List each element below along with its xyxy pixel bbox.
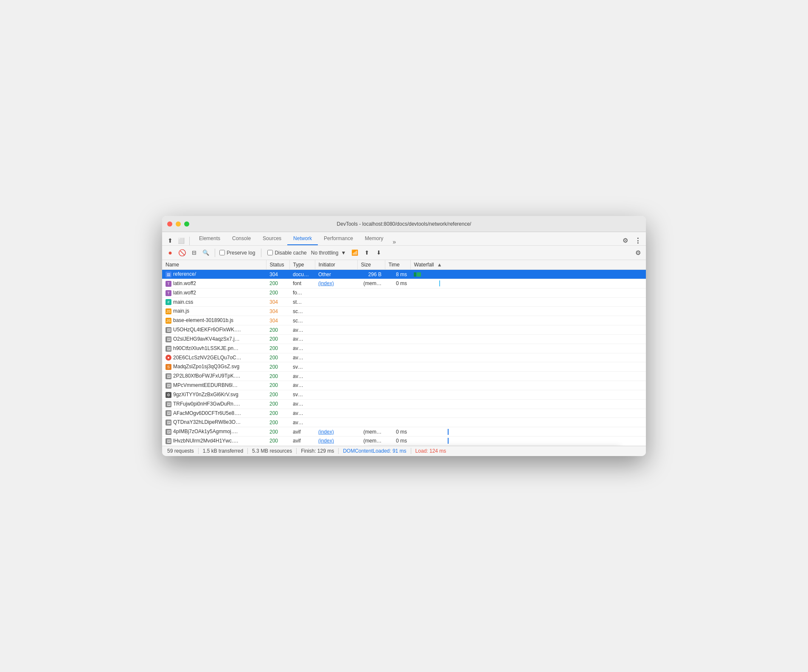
titlebar: DevTools - localhost:8080/docs/devtools/… (162, 216, 646, 232)
table-row[interactable]: 🖼h90CtfziXluvh1LSSKJE.pn…200av… (162, 344, 646, 353)
search-icon[interactable]: 🔍 (201, 248, 210, 258)
table-row[interactable]: Tlatin.woff2200font(index)(mem…0 ms (162, 279, 646, 288)
tab-elements[interactable]: Elements (193, 232, 226, 245)
clear-button[interactable]: 🚫 (177, 248, 187, 258)
cell-status: 200 (266, 427, 289, 437)
cell-status: 200 (266, 418, 289, 427)
devtools-window: DevTools - localhost:8080/docs/devtools/… (162, 216, 646, 456)
cell-status: 304 (266, 316, 289, 325)
tab-memory[interactable]: Memory (359, 232, 389, 245)
cell-type: av… (289, 334, 315, 344)
more-tabs-button[interactable]: » (389, 238, 399, 245)
cell-time (385, 288, 410, 297)
cell-type: avif (289, 437, 315, 446)
preserve-log-checkbox[interactable]: Preserve log (219, 250, 255, 256)
close-button[interactable] (167, 221, 172, 227)
col-header-name[interactable]: Name (162, 260, 266, 270)
cell-initiator (315, 372, 357, 381)
wifi-icon[interactable]: 📶 (350, 248, 359, 258)
table-row[interactable]: 🖼MPcVmmemtEEDURBN6l…200av… (162, 381, 646, 390)
col-header-waterfall[interactable]: Waterfall ▲ (410, 260, 646, 270)
col-header-type[interactable]: Type (289, 260, 315, 270)
more-options-icon[interactable]: ⋮ (633, 236, 642, 245)
cell-status: 200 (266, 390, 289, 399)
cell-size (357, 297, 385, 307)
table-row[interactable]: 🖼U5OHzQL4tEKFr6OFlxWK….200av… (162, 325, 646, 335)
cell-name: 🖼2P2L80XfBoFWJFxU9TpK…. (162, 372, 266, 381)
cell-initiator (315, 288, 357, 297)
col-header-time[interactable]: Time (385, 260, 410, 270)
table-row[interactable]: SMadqZslZpo1sj3qQ3GsZ.svg200sv… (162, 362, 646, 372)
cell-initiator (315, 399, 357, 409)
cell-time (385, 325, 410, 335)
download-icon[interactable]: ⬇ (374, 248, 383, 258)
tab-bar: ⬆ ⬜ Elements Console Sources Network Per… (162, 232, 646, 246)
minimize-button[interactable] (176, 221, 181, 227)
cursor-tool-icon[interactable]: ⬆ (166, 236, 175, 245)
cell-waterfall (410, 409, 646, 418)
table-row[interactable]: 🖼2P2L80XfBoFWJFxU9TpK….200av… (162, 372, 646, 381)
device-toggle-icon[interactable]: ⬜ (177, 236, 186, 245)
table-row[interactable]: JSbase-element-3018901b.js304sc… (162, 316, 646, 325)
network-table-scroll[interactable]: Name Status Type Initiator Size Time Wat… (162, 260, 646, 446)
cell-type: sv… (289, 362, 315, 372)
table-row[interactable]: 🖼AFacMOgv6D0CFTr6U5e8….200av… (162, 409, 646, 418)
table-row[interactable]: ⚙9gzXiTYY0nZzBxGl6KrV.svg200sv… (162, 390, 646, 399)
throttle-select[interactable]: No throttling ▼ (309, 249, 348, 257)
cell-time (385, 409, 410, 418)
cell-type: av… (289, 399, 315, 409)
table-row[interactable]: ●20E6CLcSzNV2GELQu7oC…200av… (162, 353, 646, 362)
record-button[interactable]: ● (166, 248, 175, 258)
traffic-lights (167, 221, 189, 227)
tab-performance[interactable]: Performance (318, 232, 359, 245)
settings-icon[interactable]: ⚙ (620, 236, 630, 245)
cell-size (357, 362, 385, 372)
cell-size: (mem… (357, 427, 385, 437)
cell-time (385, 399, 410, 409)
table-row[interactable]: JSmain.js304sc… (162, 307, 646, 316)
table-row[interactable]: 🖼4pIMBj7zOAk1y5Agmmoj….200avif(index)(me… (162, 427, 646, 437)
cell-status: 200 (266, 372, 289, 381)
cell-time: 8 ms (385, 270, 410, 279)
table-body: ▤reference/304docu…Other296 B8 msTlatin.… (162, 270, 646, 446)
cell-status: 200 (266, 353, 289, 362)
cell-name: #main.css (162, 297, 266, 307)
status-bar: 59 requests 1.5 kB transferred 5.3 MB re… (162, 446, 646, 456)
disable-cache-checkbox[interactable]: Disable cache (267, 250, 306, 256)
filter-icon[interactable]: ⊟ (189, 248, 199, 258)
cell-waterfall (410, 418, 646, 427)
tab-network[interactable]: Network (287, 232, 318, 245)
cell-type: av… (289, 418, 315, 427)
cell-time (385, 307, 410, 316)
col-header-initiator[interactable]: Initiator (315, 260, 357, 270)
cell-time (385, 381, 410, 390)
cell-status: 304 (266, 270, 289, 279)
resources-size: 5.3 MB resources (252, 448, 292, 454)
cell-waterfall (410, 307, 646, 316)
maximize-button[interactable] (184, 221, 189, 227)
table-row[interactable]: 🖼TRFujw0pi0nHF3GwDuRn….200av… (162, 399, 646, 409)
cell-waterfall (410, 297, 646, 307)
cell-type: sc… (289, 316, 315, 325)
cell-name: 🖼h90CtfziXluvh1LSSKJE.pn… (162, 344, 266, 353)
col-header-size[interactable]: Size (357, 260, 385, 270)
cell-initiator: Other (315, 270, 357, 279)
cell-name: 🖼QTDnaY32hLDipeRW8e3O… (162, 418, 266, 427)
col-header-status[interactable]: Status (266, 260, 289, 270)
cell-initiator (315, 390, 357, 399)
tab-console[interactable]: Console (226, 232, 257, 245)
cell-initiator (315, 334, 357, 344)
upload-icon[interactable]: ⬆ (362, 248, 371, 258)
tab-sources[interactable]: Sources (257, 232, 287, 245)
table-row[interactable]: Tlatin.woff2200fo… (162, 288, 646, 297)
table-row[interactable]: ▤reference/304docu…Other296 B8 ms (162, 270, 646, 279)
table-row[interactable]: 🖼lHvzbNUlrm2Mvd4H1Ywc….200avif(index)(me… (162, 437, 646, 446)
table-row[interactable]: #main.css304st… (162, 297, 646, 307)
table-row[interactable]: 🖼QTDnaY32hLDipeRW8e3O…200av… (162, 418, 646, 427)
table-row[interactable]: 🖼O2slJEHG9avKV4aqzSx7.j…200av… (162, 334, 646, 344)
network-settings-icon[interactable]: ⚙ (633, 248, 642, 258)
cell-initiator (315, 307, 357, 316)
cell-status: 200 (266, 325, 289, 335)
cell-initiator (315, 297, 357, 307)
cell-time (385, 334, 410, 344)
